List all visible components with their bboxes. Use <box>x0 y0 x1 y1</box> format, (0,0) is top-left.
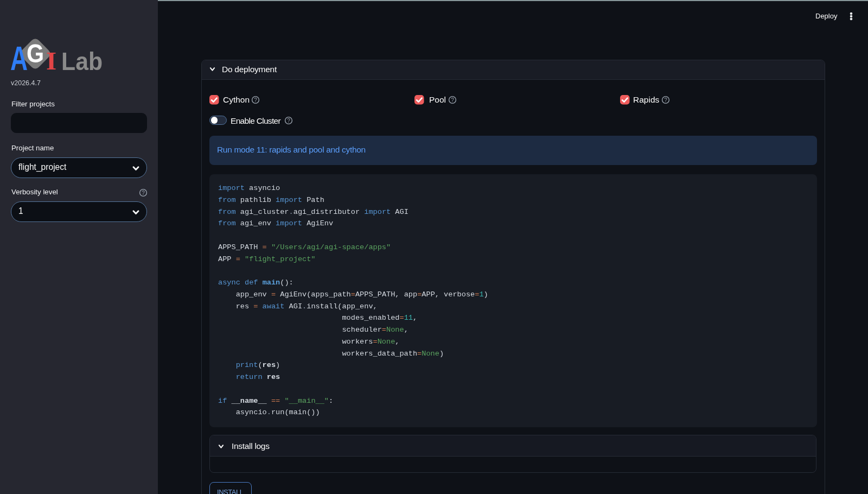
svg-text:?: ? <box>287 118 290 124</box>
svg-text:?: ? <box>664 97 667 103</box>
svg-text:?: ? <box>451 97 454 103</box>
svg-text:?: ? <box>142 190 145 196</box>
svg-text:?: ? <box>254 97 257 103</box>
